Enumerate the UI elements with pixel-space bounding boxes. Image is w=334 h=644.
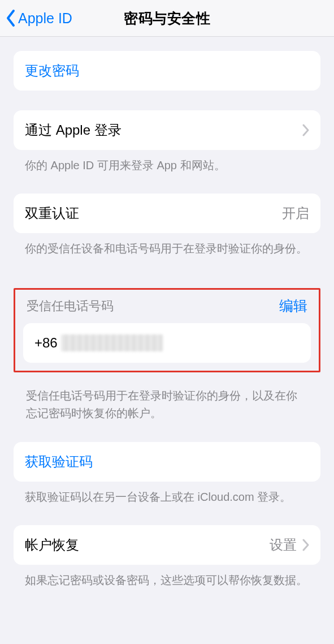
two-factor-value: 开启	[282, 204, 309, 222]
trusted-phone-cell[interactable]: +86	[23, 323, 311, 363]
account-recovery-group: 帐户恢复 设置 如果忘记密码或设备密码，这些选项可以帮你恢复数据。	[14, 525, 320, 589]
account-recovery-value: 设置	[270, 536, 297, 554]
get-code-cell[interactable]: 获取验证码	[14, 442, 320, 482]
get-code-label: 获取验证码	[25, 453, 93, 471]
sign-in-apple-footer: 你的 Apple ID 可用来登录 App 和网站。	[14, 150, 320, 174]
two-factor-cell[interactable]: 双重认证 开启	[14, 194, 320, 233]
trusted-phone-header-title: 受信任电话号码	[27, 298, 114, 315]
sign-in-apple-group: 通过 Apple 登录 你的 Apple ID 可用来登录 App 和网站。	[14, 110, 320, 174]
phone-number-redacted	[61, 334, 163, 351]
edit-button[interactable]: 编辑	[279, 297, 307, 315]
chevron-right-icon	[302, 539, 309, 551]
account-recovery-footer: 如果忘记密码或设备密码，这些选项可以帮你恢复数据。	[14, 565, 320, 589]
change-password-group: 更改密码	[14, 51, 320, 91]
get-code-footer: 获取验证码以在另一台设备上或在 iCloud.com 登录。	[14, 482, 320, 505]
get-code-group: 获取验证码 获取验证码以在另一台设备上或在 iCloud.com 登录。	[14, 442, 320, 505]
sign-in-apple-label: 通过 Apple 登录	[25, 121, 122, 139]
trusted-phone-highlight: 受信任电话号码 编辑 +86	[14, 288, 320, 372]
two-factor-footer: 你的受信任设备和电话号码用于在登录时验证你的身份。	[14, 233, 320, 257]
page-title: 密码与安全性	[0, 9, 334, 28]
change-password-cell[interactable]: 更改密码	[14, 51, 320, 91]
phone-prefix: +86	[34, 335, 58, 351]
change-password-label: 更改密码	[25, 62, 79, 80]
sign-in-apple-cell[interactable]: 通过 Apple 登录	[14, 110, 320, 150]
account-recovery-label: 帐户恢复	[25, 536, 79, 554]
trusted-phone-header: 受信任电话号码 编辑	[23, 297, 311, 323]
account-recovery-cell[interactable]: 帐户恢复 设置	[14, 525, 320, 565]
nav-header: Apple ID 密码与安全性	[0, 0, 334, 37]
trusted-phone-footer: 受信任电话号码用于在登录时验证你的身份，以及在你忘记密码时恢复你的帐户。	[14, 379, 320, 422]
two-factor-group: 双重认证 开启 你的受信任设备和电话号码用于在登录时验证你的身份。	[14, 194, 320, 257]
two-factor-label: 双重认证	[25, 204, 79, 222]
chevron-right-icon	[302, 124, 309, 136]
